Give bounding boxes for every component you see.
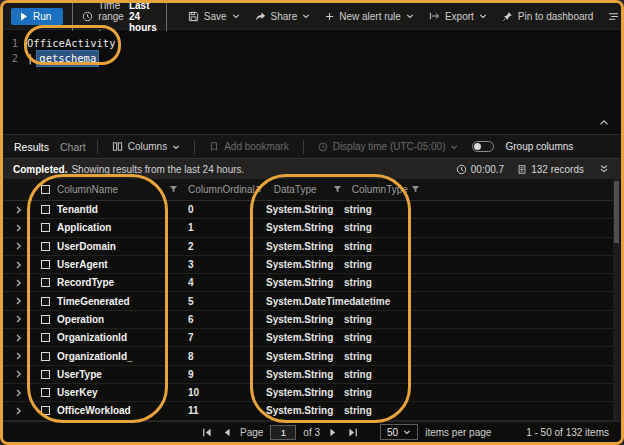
chevron-right-icon — [15, 389, 22, 397]
display-time-button[interactable]: Display time (UTC-05:00) — [315, 139, 462, 154]
new-alert-rule-button[interactable]: New alert rule — [322, 9, 417, 24]
select-all-checkbox[interactable] — [41, 185, 50, 194]
table-row[interactable]: OrganizationId_ 8 System.String string — [3, 347, 613, 365]
row-checkbox[interactable] — [41, 242, 50, 251]
last-page-button[interactable] — [346, 428, 360, 437]
chevron-right-icon — [15, 297, 22, 305]
cell-column-type: datetime — [349, 296, 427, 307]
header-column-name[interactable]: ColumnName — [57, 184, 188, 195]
scrollbar-thumb[interactable] — [614, 181, 619, 243]
header-data-type[interactable]: DataType — [274, 184, 352, 195]
row-checkbox[interactable] — [41, 352, 50, 361]
row-checkbox[interactable] — [41, 205, 50, 214]
table-row[interactable]: OfficeWorkload 11 System.String string — [3, 402, 613, 420]
row-checkbox[interactable] — [41, 333, 50, 342]
table-row[interactable]: OrganizationId 7 System.String string — [3, 329, 613, 347]
table-row[interactable]: Application 1 System.String string — [3, 219, 613, 237]
add-bookmark-button[interactable]: Add bookmark — [206, 139, 291, 154]
items-range-label: 1 - 50 of 132 items — [526, 427, 609, 438]
cell-data-type: System.String — [266, 314, 344, 325]
items-per-page-label: items per page — [425, 427, 491, 438]
next-page-icon — [329, 428, 337, 437]
header-column-ordinal[interactable]: ColumnOrdinal — [188, 184, 274, 195]
previous-page-button[interactable] — [221, 428, 233, 437]
row-expand-button[interactable] — [3, 389, 33, 397]
cell-data-type: System.String — [266, 405, 344, 416]
save-button[interactable]: Save — [185, 9, 243, 24]
cell-data-type: System.String — [266, 332, 344, 343]
pin-to-dashboard-button[interactable]: Pin to dashboard — [499, 9, 597, 24]
row-checkbox[interactable] — [41, 223, 50, 232]
tab-results[interactable]: Results — [14, 141, 49, 153]
chevron-right-icon — [15, 334, 22, 342]
vertical-scrollbar[interactable] — [613, 179, 620, 421]
cell-column-ordinal: 11 — [188, 405, 266, 416]
row-expand-button[interactable] — [3, 206, 33, 214]
header-column-type[interactable]: ColumnType — [352, 184, 430, 195]
table-row[interactable]: Operation 6 System.String string — [3, 311, 613, 329]
row-checkbox[interactable] — [41, 260, 50, 269]
record-count: 132 records — [517, 164, 584, 175]
header-label: ColumnType — [352, 184, 408, 195]
cell-column-type: string — [344, 387, 422, 398]
table-row[interactable]: UserKey 10 System.String string — [3, 384, 613, 402]
table-row[interactable]: RecordType 4 System.String string — [3, 274, 613, 292]
row-expand-button[interactable] — [3, 224, 33, 232]
row-expand-button[interactable] — [3, 297, 33, 305]
format-query-button[interactable]: Format query — [605, 9, 624, 24]
chevron-right-icon — [15, 279, 22, 287]
page-number-input[interactable] — [270, 425, 296, 440]
cell-column-type: string — [344, 351, 422, 362]
row-expand-button[interactable] — [3, 334, 33, 342]
pin-icon — [502, 11, 513, 22]
cell-column-name: TimeGenerated — [57, 296, 188, 307]
row-expand-button[interactable] — [3, 279, 33, 287]
filter-funnel-icon[interactable] — [255, 185, 264, 194]
chevron-down-icon — [403, 428, 411, 436]
share-label: Share — [271, 11, 298, 22]
table-row[interactable]: UserDomain 2 System.String string — [3, 238, 613, 256]
row-expand-button[interactable] — [3, 242, 33, 250]
row-checkbox[interactable] — [41, 297, 50, 306]
filter-funnel-icon[interactable] — [411, 185, 420, 194]
tab-chart[interactable]: Chart — [60, 141, 86, 153]
cell-column-ordinal: 2 — [188, 241, 266, 252]
table-row[interactable]: TenantId 0 System.String string — [3, 201, 613, 219]
filter-funnel-icon[interactable] — [333, 185, 342, 194]
row-expand-button[interactable] — [3, 352, 33, 360]
page-size-select[interactable]: 50 — [380, 424, 418, 440]
filter-funnel-icon[interactable] — [169, 185, 178, 194]
group-columns-toggle[interactable] — [472, 141, 494, 152]
expand-results-button[interactable] — [597, 164, 611, 174]
export-button[interactable]: Export — [426, 9, 490, 24]
row-checkbox[interactable] — [41, 406, 50, 415]
next-page-button[interactable] — [327, 428, 339, 437]
row-checkbox[interactable] — [41, 278, 50, 287]
row-checkbox[interactable] — [41, 388, 50, 397]
columns-button[interactable]: Columns — [109, 139, 183, 154]
row-expand-button[interactable] — [3, 407, 33, 415]
cell-column-ordinal: 1 — [188, 222, 266, 233]
collapse-editor-button[interactable] — [599, 114, 609, 129]
row-checkbox[interactable] — [41, 370, 50, 379]
row-expand-button[interactable] — [3, 261, 33, 269]
row-expand-button[interactable] — [3, 370, 33, 378]
chevron-right-icon — [15, 224, 22, 232]
line-number: 2 — [3, 51, 27, 66]
query-editor[interactable]: 1 OfficeActivity 2 | getschema — [3, 31, 621, 134]
cell-data-type: System.String — [266, 222, 344, 233]
table-row[interactable]: TimeGenerated 5 System.DateTime datetime — [3, 292, 613, 310]
table-row[interactable]: UserType 9 System.String string — [3, 366, 613, 384]
share-button[interactable]: Share — [252, 9, 314, 24]
cell-data-type: System.String — [266, 387, 344, 398]
chevron-right-icon — [15, 242, 22, 250]
row-checkbox[interactable] — [41, 315, 50, 324]
cell-data-type: System.DateTime — [266, 296, 349, 307]
cell-column-type: string — [344, 259, 422, 270]
cell-data-type: System.String — [266, 351, 344, 362]
first-page-button[interactable] — [200, 428, 214, 437]
run-button[interactable]: Run — [11, 8, 63, 25]
table-row[interactable]: UserAgent 3 System.String string — [3, 256, 613, 274]
row-expand-button[interactable] — [3, 315, 33, 323]
header-label: ColumnName — [57, 184, 118, 195]
